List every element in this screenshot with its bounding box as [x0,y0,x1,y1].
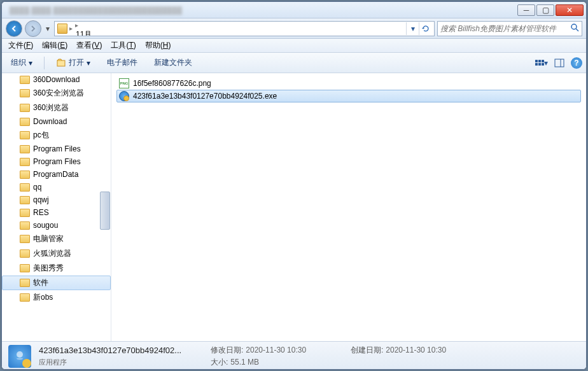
tree-label: pc包 [33,130,49,141]
folder-icon [20,196,30,204]
status-modified: 修改日期:2020-11-30 10:30 [211,345,338,356]
tree-item[interactable]: 360安全浏览器 [2,86,111,101]
tree-item[interactable]: RES [2,206,111,219]
open-button[interactable]: 打开 ▾ [51,55,95,71]
tree-item[interactable]: 火狐浏览器 [2,246,111,261]
folder-icon [20,279,30,287]
menu-f[interactable]: 文件(F) [4,39,37,52]
help-button[interactable]: ? [571,57,582,69]
history-dropdown[interactable]: ▾ [44,22,52,35]
search-icon[interactable] [570,23,579,34]
tree-label: 新obs [33,292,53,303]
details-pane: 423f61a3e13b43f0127e70bb4924f02... 修改日期:… [2,341,586,370]
menu-t[interactable]: 工具(T) [107,39,139,52]
open-icon [56,58,66,68]
folder-icon [20,158,30,166]
explorer-window: ████ ████ ██████████████████████████ ─ ▢… [1,1,587,370]
tree-label: sougou [33,221,58,230]
tree-label: 软件 [33,277,48,288]
search-box[interactable] [437,21,582,36]
scrollbar-thumb[interactable] [100,192,110,230]
svg-point-0 [571,24,577,29]
folder-icon [20,131,30,139]
tree-label: Program Files [33,157,81,166]
file-name: 16f5ef860877626c.png [133,79,211,88]
tree-label: 美图秀秀 [33,263,64,274]
new-folder-button[interactable]: 新建文件夹 [149,55,197,71]
svg-rect-2 [57,60,65,66]
email-button[interactable]: 电子邮件 [102,55,143,71]
organize-button[interactable]: 组织 ▾ [6,55,38,71]
tree-item[interactable]: pc包 [2,128,111,143]
chevron-right-icon[interactable]: ▸ [69,25,73,32]
tree-label: Program Files [33,144,81,153]
folder-icon [20,264,30,272]
close-button[interactable]: ✕ [556,4,584,16]
content-area: 360Download360安全浏览器360浏览器Downloadpc包Prog… [2,73,586,341]
status-size: 大小:55.1 MB [211,357,338,368]
menu-h[interactable]: 帮助(H) [141,39,175,52]
tree-item[interactable]: 360Download [2,73,111,86]
search-input[interactable] [440,24,570,33]
arrow-right-icon [29,25,37,32]
maximize-button[interactable]: ▢ [536,4,554,16]
folder-icon [20,89,30,97]
tree-item[interactable]: qq [2,181,111,193]
file-item[interactable]: 423f61a3e13b43f0127e70bb4924f025.exe [116,90,581,102]
view-button[interactable]: ▾ [535,57,548,69]
back-button[interactable] [6,20,22,37]
folder-icon [20,145,30,153]
tree-item[interactable]: sougou [2,219,111,232]
folder-tree[interactable]: 360Download360安全浏览器360浏览器Downloadpc包Prog… [2,73,111,341]
address-dropdown[interactable]: ▾ [406,22,419,35]
folder-icon [20,104,30,112]
tree-item[interactable]: ProgramData [2,168,111,181]
preview-icon [554,59,564,67]
folder-icon [20,118,30,126]
preview-pane-button[interactable] [553,57,566,69]
file-item[interactable]: PNG16f5ef860877626c.png [116,77,581,90]
svg-rect-3 [555,59,564,67]
arrow-left-icon [10,25,18,32]
tree-label: Download [33,117,67,126]
breadcrumb-item[interactable]: 11月 [74,29,176,36]
tree-label: RES [33,208,49,217]
refresh-button[interactable] [419,22,431,35]
address-bar[interactable]: ▸ 计算机▸本地磁盘 (D:)▸软件▸11月▸30▸Billfish免费图片素材… [54,21,435,36]
tree-label: 360安全浏览器 [33,88,84,99]
menu-v[interactable]: 查看(V) [73,39,106,52]
folder-icon [20,235,30,243]
titlebar: ████ ████ ██████████████████████████ ─ ▢… [2,2,586,18]
minimize-button[interactable]: ─ [517,4,535,16]
tree-item[interactable]: 软件 [2,276,111,290]
menu-e[interactable]: 编辑(E) [38,39,71,52]
chevron-right-icon[interactable]: ▸ [74,22,79,29]
folder-icon [57,24,67,34]
tree-item[interactable]: Download [2,115,111,128]
tree-item[interactable]: 360浏览器 [2,101,111,115]
menubar: 文件(F)编辑(E)查看(V)工具(T)帮助(H) [2,39,586,53]
forward-button[interactable] [25,20,41,37]
tree-item[interactable]: 电脑管家 [2,232,111,246]
tree-item[interactable]: 新obs [2,290,111,305]
svg-point-5 [17,351,23,358]
tree-label: ProgramData [33,170,78,179]
status-created: 创建日期:2020-11-30 10:30 [351,345,478,356]
folder-icon [20,76,30,84]
tree-item[interactable]: Program Files [2,143,111,155]
folder-icon [20,293,30,302]
status-filetype: 应用程序 [39,358,198,367]
folder-icon [20,171,30,179]
tree-label: 火狐浏览器 [33,248,71,259]
svg-line-1 [576,29,578,31]
folder-icon [20,183,30,192]
tree-label: 360浏览器 [33,102,69,113]
tree-item[interactable]: Program Files [2,155,111,168]
tree-item[interactable]: qqwj [2,193,111,206]
tree-item[interactable]: 美图秀秀 [2,261,111,276]
folder-icon [20,209,30,217]
tree-label: qq [33,183,41,192]
png-icon: PNG [119,78,129,88]
file-list[interactable]: PNG16f5ef860877626c.png423f61a3e13b43f01… [111,73,586,341]
tree-label: 360Download [33,75,80,84]
